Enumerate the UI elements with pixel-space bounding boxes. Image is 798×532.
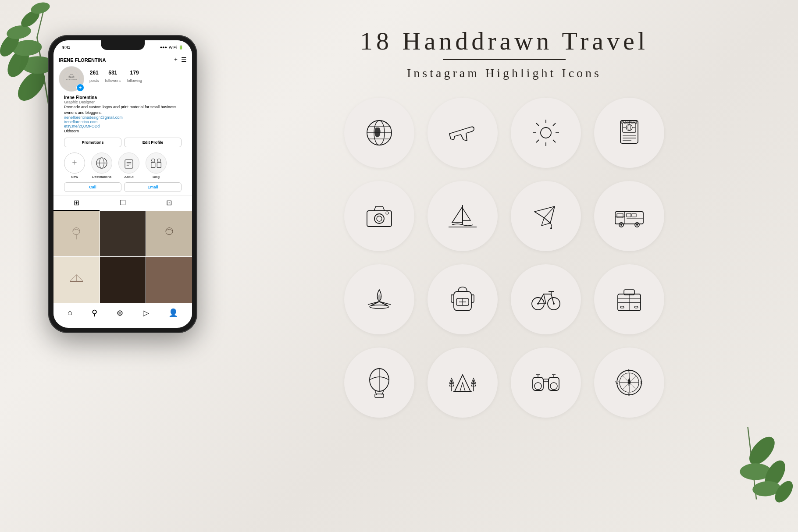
highlight-destinations: Destinations [91, 153, 112, 179]
instagram-bio: Irene Florentina Graphic Designer Premad… [59, 95, 187, 138]
main-title-block: 18 Handdrawn Travel Instagram Highlight … [246, 26, 763, 80]
phone-notch [101, 40, 145, 50]
email-button[interactable]: Email [124, 182, 182, 192]
bicycle-svg [528, 282, 563, 317]
icon-backpack [428, 264, 498, 334]
highlight-destinations-circle[interactable] [91, 153, 112, 174]
instagram-bottom-nav: ⌂ ⚲ ⊕ ▷ 👤 [53, 303, 192, 322]
highlight-blog-circle[interactable] [146, 153, 167, 174]
menu-icon[interactable]: ☰ [181, 56, 187, 64]
svg-point-51 [626, 124, 632, 131]
edit-profile-button[interactable]: Edit Profile [124, 138, 182, 147]
followers-count: 531 [105, 70, 121, 76]
home-nav-icon[interactable]: ⌂ [68, 308, 72, 317]
globe-svg [362, 115, 397, 150]
icon-hot-air-balloon [344, 348, 414, 418]
icon-passport: PASSPORT [594, 98, 664, 168]
icon-suitcase [594, 264, 664, 334]
grid-cell-3 [146, 211, 192, 257]
bio-etsy: etsy.me/2QJMFODd [64, 124, 182, 128]
icon-camera [344, 181, 414, 251]
status-time: 9:41 [62, 45, 70, 50]
profile-nav-icon[interactable]: 👤 [168, 308, 178, 318]
svg-point-29 [152, 159, 155, 162]
add-post-icon[interactable]: + [174, 56, 178, 64]
add-nav-icon[interactable]: ⊕ [117, 308, 123, 318]
svg-text:PASSPORT: PASSPORT [621, 121, 638, 124]
following-count: 179 [127, 70, 142, 76]
svg-text:FLORENTINA: FLORENTINA [66, 78, 77, 81]
svg-point-130 [628, 381, 631, 384]
svg-text:E: E [641, 381, 643, 385]
icon-sun [511, 98, 581, 168]
highlight-new-label: New [71, 175, 78, 179]
icon-tent [428, 348, 498, 418]
followers-stat: 531 followers [105, 70, 121, 84]
svg-text:S: S [628, 393, 630, 397]
svg-point-33 [166, 228, 173, 235]
grid-cell-2 [100, 211, 146, 257]
svg-rect-112 [549, 377, 559, 390]
call-button[interactable]: Call [64, 182, 121, 192]
svg-point-31 [73, 228, 80, 235]
grid-cell-5 [100, 257, 146, 303]
svg-point-30 [157, 159, 161, 162]
icon-airplane [428, 98, 498, 168]
bio-description: Premade and custom logos and print mater… [64, 104, 182, 115]
instagram-header: IRENE FLORENTINA + ☰ IRENE FLORENTINA [53, 54, 192, 195]
bio-location: Uithoorn [64, 128, 182, 134]
svg-rect-70 [627, 213, 631, 217]
backpack-svg [445, 282, 480, 317]
svg-point-75 [620, 224, 622, 226]
icon-globe [344, 98, 414, 168]
tab-profile[interactable]: ⊡ [146, 196, 192, 211]
passport-svg: PASSPORT [612, 115, 647, 150]
highlight-blog: Blog [146, 153, 167, 179]
grid-cell-6 [146, 257, 192, 303]
highlight-about-circle[interactable] [118, 153, 139, 174]
instagram-profile-row: IRENE FLORENTINA + 261 posts [59, 66, 187, 95]
add-button[interactable]: + [76, 84, 84, 92]
svg-point-52 [628, 124, 631, 131]
highlight-new-circle[interactable]: + [64, 153, 85, 174]
svg-line-47 [553, 123, 556, 126]
promotions-button[interactable]: Promotions [64, 138, 121, 147]
instagram-action-buttons: Promotions Edit Profile [59, 138, 187, 151]
highlight-about-label: About [125, 175, 134, 179]
tab-tagged[interactable]: ☐ [100, 196, 146, 211]
phone-frame: 9:41 ●●●WiFi🔋 IRENE FLORENTINA + ☰ [48, 35, 197, 333]
icon-compass: N S E W [594, 348, 664, 418]
bio-website: ireneflorentina.com [64, 120, 182, 124]
paper-plane-svg [528, 199, 563, 234]
svg-rect-111 [533, 377, 543, 390]
svg-rect-100 [620, 306, 624, 308]
grid-icon: ⊞ [74, 199, 79, 207]
hot-air-balloon-svg [362, 365, 397, 400]
bio-email: ireneflorentinadesign@gmail.com [64, 115, 182, 120]
following-stat: 179 following [127, 70, 142, 84]
svg-text:N: N [628, 369, 631, 372]
highlight-new: + New [64, 153, 85, 179]
compass-svg: N S E W [612, 365, 647, 400]
posts-stat: 261 posts [89, 70, 99, 84]
status-icons: ●●●WiFi🔋 [160, 45, 183, 50]
instagram-grid [53, 211, 192, 303]
bookmark-icon: ☐ [120, 199, 126, 207]
icon-campfire [344, 264, 414, 334]
tab-grid[interactable]: ⊞ [53, 196, 100, 211]
instagram-username: IRENE FLORENTINA [59, 57, 106, 63]
svg-rect-27 [151, 162, 155, 167]
camper-van-svg [612, 199, 647, 234]
svg-rect-28 [157, 162, 161, 167]
camera-svg [362, 199, 397, 234]
instagram-top-bar: IRENE FLORENTINA + ☰ [59, 56, 187, 66]
bio-title: Graphic Designer [64, 100, 182, 104]
call-email-buttons: Call Email [59, 182, 187, 195]
svg-text:W: W [615, 381, 619, 385]
title-divider [443, 59, 566, 60]
icon-binoculars [511, 348, 581, 418]
right-content: 18 Handdrawn Travel Instagram Highlight … [246, 26, 763, 418]
search-nav-icon[interactable]: ⚲ [92, 308, 97, 318]
reels-nav-icon[interactable]: ▷ [143, 308, 149, 318]
instagram-highlights: + New Destinations About [59, 151, 187, 182]
